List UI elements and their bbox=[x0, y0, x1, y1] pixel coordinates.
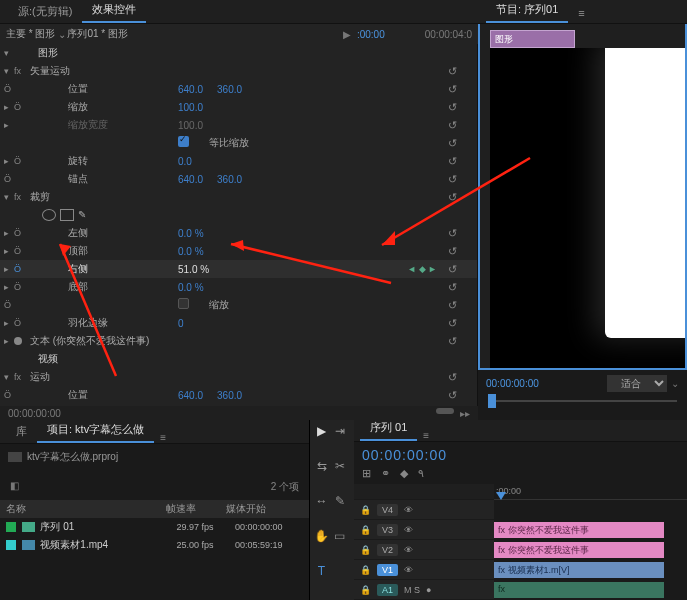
stopwatch-icon[interactable]: Ö bbox=[14, 228, 23, 238]
uniform-scale-checkbox[interactable] bbox=[178, 136, 189, 147]
disclosure-icon[interactable]: ▾ bbox=[4, 192, 13, 202]
disclosure-icon[interactable]: ▸ bbox=[4, 102, 13, 112]
bin-item[interactable]: 序列 01 29.97 fps 00:00:00:00 bbox=[0, 518, 309, 536]
reset-icon[interactable]: ↺ bbox=[448, 389, 457, 402]
anchor-x[interactable]: 640.0 bbox=[178, 174, 203, 185]
timeline-ruler[interactable]: :00:00 bbox=[494, 484, 687, 500]
disclosure-icon[interactable]: ▸ bbox=[4, 246, 13, 256]
tab-sequence[interactable]: 序列 01 bbox=[360, 416, 417, 441]
reset-icon[interactable]: ↺ bbox=[448, 245, 457, 258]
chevron-down-icon[interactable]: ⌄ bbox=[671, 378, 679, 389]
disclosure-icon[interactable]: ▸ bbox=[4, 336, 13, 346]
position-y[interactable]: 360.0 bbox=[217, 84, 242, 95]
mask-pen-icon[interactable]: ✎ bbox=[78, 209, 86, 221]
track-select-icon[interactable]: ⇥ bbox=[332, 424, 347, 439]
disclosure-icon[interactable]: ▸ bbox=[4, 264, 13, 274]
mask-rect-icon[interactable] bbox=[60, 209, 74, 221]
track-a1[interactable]: 🔒A1M S● bbox=[354, 580, 494, 600]
disclosure-icon[interactable]: ▸ bbox=[4, 156, 13, 166]
tab-project[interactable]: 项目: ktv字幕怎么做 bbox=[37, 418, 154, 443]
settings-icon[interactable]: ٩ bbox=[418, 467, 424, 480]
reset-icon[interactable]: ↺ bbox=[448, 83, 457, 96]
zoom-scrollbar[interactable] bbox=[436, 408, 454, 414]
tab-menu-icon[interactable]: ≡ bbox=[160, 432, 166, 443]
link-icon[interactable]: ⚭ bbox=[381, 467, 390, 480]
stopwatch-icon[interactable]: Ö bbox=[4, 84, 13, 94]
prop-text-layer[interactable]: 文本 (你突然不爱我这件事) bbox=[30, 334, 149, 348]
chevron-down-icon[interactable]: ⌄ bbox=[57, 29, 67, 40]
marker-icon[interactable]: ◆ bbox=[400, 467, 408, 480]
hand-tool-icon[interactable]: ✋ bbox=[314, 529, 329, 544]
stopwatch-icon[interactable]: Ö bbox=[14, 156, 23, 166]
prop-vector-motion[interactable]: 矢量运动 bbox=[30, 64, 70, 78]
col-media-start[interactable]: 媒体开始 bbox=[226, 502, 296, 516]
mute-solo[interactable]: M S bbox=[404, 585, 420, 595]
lock-icon[interactable]: 🔒 bbox=[360, 505, 371, 515]
lock-icon[interactable]: 🔒 bbox=[360, 585, 371, 595]
reset-icon[interactable]: ↺ bbox=[448, 299, 457, 312]
anchor-y[interactable]: 360.0 bbox=[217, 174, 242, 185]
reset-icon[interactable]: ↺ bbox=[448, 155, 457, 168]
track-v2[interactable]: 🔒V2👁 bbox=[354, 540, 494, 560]
reset-icon[interactable]: ↺ bbox=[448, 263, 457, 276]
zoom-level-dropdown[interactable]: 适合 bbox=[607, 375, 667, 392]
stopwatch-icon[interactable]: Ö bbox=[4, 300, 13, 310]
keyframe-nav[interactable]: ◄ ◆ ► bbox=[407, 264, 437, 274]
lock-icon[interactable]: 🔒 bbox=[360, 545, 371, 555]
reset-icon[interactable]: ↺ bbox=[448, 317, 457, 330]
track-v3[interactable]: 🔒V3👁 bbox=[354, 520, 494, 540]
crop-right-value[interactable]: 51.0 % bbox=[178, 264, 209, 275]
record-icon[interactable]: ● bbox=[426, 585, 431, 595]
rect-tool-icon[interactable]: ▭ bbox=[332, 529, 347, 544]
crop-zoom-checkbox[interactable] bbox=[178, 298, 189, 309]
disclosure-icon[interactable]: ▾ bbox=[4, 48, 13, 58]
stopwatch-icon[interactable]: Ö bbox=[4, 390, 13, 400]
clip-graphic[interactable]: fx 你突然不爱我这件事 bbox=[494, 542, 664, 558]
tab-menu-icon[interactable]: ≡ bbox=[423, 430, 429, 441]
slip-tool-icon[interactable]: ↔ bbox=[314, 494, 329, 509]
eye-icon[interactable]: 👁 bbox=[404, 505, 413, 515]
filter-icon[interactable]: ◧ bbox=[10, 480, 19, 491]
reset-icon[interactable]: ↺ bbox=[448, 101, 457, 114]
reset-icon[interactable]: ↺ bbox=[448, 371, 457, 384]
reset-icon[interactable]: ↺ bbox=[448, 281, 457, 294]
lock-icon[interactable]: 🔒 bbox=[360, 565, 371, 575]
eye-icon[interactable]: 👁 bbox=[404, 525, 413, 535]
scale-value[interactable]: 100.0 bbox=[178, 102, 203, 113]
stopwatch-icon[interactable]: Ö bbox=[14, 318, 23, 328]
crop-bottom-value[interactable]: 0.0 % bbox=[178, 282, 204, 293]
stopwatch-icon[interactable]: Ö bbox=[14, 102, 23, 112]
mask-ellipse-icon[interactable] bbox=[42, 209, 56, 221]
clip-audio[interactable]: fx bbox=[494, 582, 664, 598]
program-scrubber[interactable] bbox=[478, 396, 687, 420]
position-x[interactable]: 640.0 bbox=[178, 84, 203, 95]
col-name[interactable]: 名称 bbox=[6, 502, 166, 516]
reset-icon[interactable]: ↺ bbox=[448, 65, 457, 78]
lock-icon[interactable]: 🔒 bbox=[360, 525, 371, 535]
stopwatch-icon[interactable]: Ö bbox=[4, 174, 13, 184]
track-v1[interactable]: 🔒V1👁 bbox=[354, 560, 494, 580]
eye-icon[interactable]: 👁 bbox=[404, 545, 413, 555]
reset-icon[interactable]: ↺ bbox=[448, 335, 457, 348]
disclosure-icon[interactable]: ▸ bbox=[4, 228, 13, 238]
timeline-timecode[interactable]: 00:00:00:00 bbox=[362, 447, 447, 463]
position2-x[interactable]: 640.0 bbox=[178, 390, 203, 401]
pen-tool-icon[interactable]: ✎ bbox=[332, 494, 347, 509]
program-timecode[interactable]: 00:00:00:00 bbox=[486, 378, 539, 389]
tab-library[interactable]: 库 bbox=[6, 420, 37, 443]
position2-y[interactable]: 360.0 bbox=[217, 390, 242, 401]
reset-icon[interactable]: ↺ bbox=[448, 191, 457, 204]
razor-tool-icon[interactable]: ✂ bbox=[332, 459, 347, 474]
disclosure-icon[interactable]: ▸ bbox=[4, 282, 13, 292]
selection-tool-icon[interactable]: ▶ bbox=[314, 424, 329, 439]
disclosure-icon[interactable]: ▸ bbox=[4, 120, 13, 130]
tab-program[interactable]: 节目: 序列01 bbox=[486, 0, 568, 23]
scroll-right-icon[interactable]: ▸▸ bbox=[460, 408, 470, 419]
track-v4[interactable]: 🔒V4👁 bbox=[354, 500, 494, 520]
type-tool-icon[interactable]: T bbox=[314, 564, 329, 579]
reset-icon[interactable]: ↺ bbox=[448, 137, 457, 150]
stopwatch-icon[interactable]: Ö bbox=[14, 246, 23, 256]
disclosure-icon[interactable]: ▾ bbox=[4, 66, 13, 76]
stopwatch-icon[interactable]: Ö bbox=[14, 282, 23, 292]
disclosure-icon[interactable]: ▸ bbox=[4, 318, 13, 328]
